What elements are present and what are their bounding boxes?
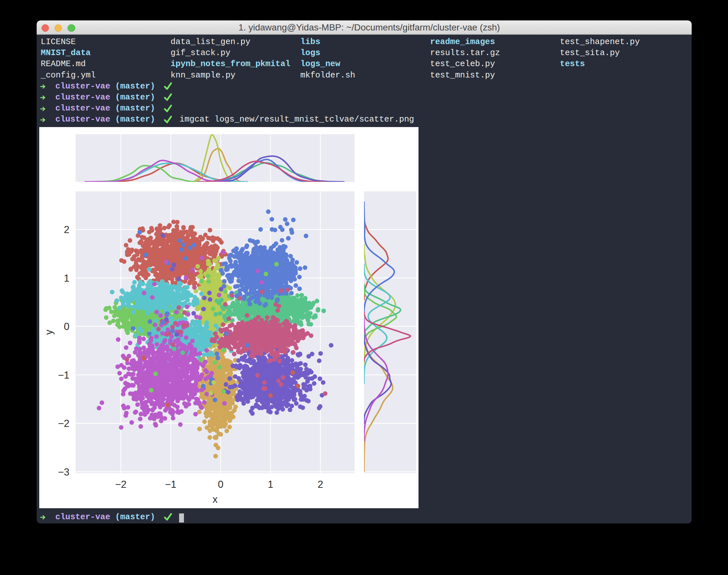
svg-text:−3: −3 [58,466,69,478]
svg-text:−2: −2 [58,418,69,429]
svg-text:2: 2 [318,479,323,490]
svg-text:−1: −1 [58,370,69,381]
svg-text:−2: −2 [115,479,127,490]
svg-text:2: 2 [64,224,69,235]
svg-text:y: y [43,330,55,335]
svg-text:x: x [213,494,218,505]
svg-text:0: 0 [64,321,69,332]
svg-text:0: 0 [218,479,223,490]
svg-text:1: 1 [64,273,69,284]
svg-text:−1: −1 [165,479,177,490]
svg-text:1: 1 [267,479,273,490]
